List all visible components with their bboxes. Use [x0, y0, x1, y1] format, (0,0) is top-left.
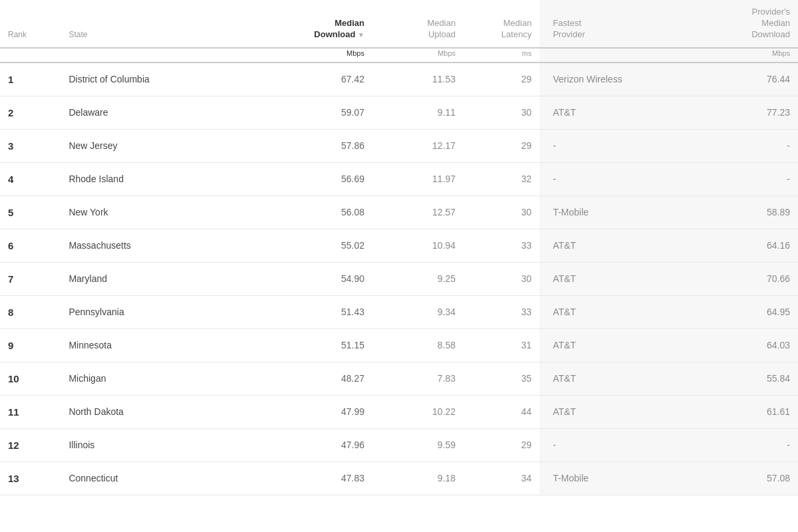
latency-cell: 29: [464, 428, 539, 462]
upload-cell: 9.18: [372, 462, 464, 495]
table-row: 6Massachusetts55.0210.9433AT&T64.16: [0, 229, 798, 262]
state-unit: [61, 48, 251, 63]
upload-cell: 9.59: [372, 428, 464, 462]
fastest-provider-cell: AT&T: [539, 329, 676, 362]
fastest-unit: [539, 48, 676, 63]
rank-cell: 11: [0, 395, 61, 428]
latency-cell: 31: [464, 329, 539, 362]
table-row: 8Pennsylvania51.439.3433AT&T64.95: [0, 295, 798, 329]
fastest-provider-cell: AT&T: [539, 362, 676, 395]
state-cell: Delaware: [61, 96, 251, 129]
latency-cell: 30: [464, 262, 539, 295]
download-cell: 59.07: [251, 96, 372, 129]
fastest-provider-cell: AT&T: [539, 395, 676, 428]
fastest-provider-cell: AT&T: [539, 229, 676, 262]
upload-cell: 11.53: [372, 63, 464, 96]
fastest-provider-cell: -: [539, 428, 676, 462]
table-body: 1District of Columbia67.4211.5329Verizon…: [0, 63, 798, 495]
fastest-provider-cell: AT&T: [539, 262, 676, 295]
table-row: 13Connecticut47.839.1834T-Mobile57.08: [0, 462, 798, 495]
download-cell: 55.02: [251, 229, 372, 262]
upload-cell: 7.83: [372, 362, 464, 395]
state-cell: District of Columbia: [61, 63, 251, 96]
rank-cell: 1: [0, 63, 61, 96]
rank-cell: 7: [0, 262, 61, 295]
provider-download-cell: -: [676, 162, 798, 196]
state-cell: Connecticut: [61, 462, 251, 495]
table-row: 11North Dakota47.9910.2244AT&T61.61: [0, 395, 798, 428]
latency-cell: 29: [464, 63, 539, 96]
subheader-row: Mbps Mbps ms Mbps: [0, 48, 798, 63]
rank-cell: 13: [0, 462, 61, 495]
provider-download-cell: -: [676, 428, 798, 462]
table-row: 5New York56.0812.5730T-Mobile58.89: [0, 196, 798, 229]
state-cell: New York: [61, 196, 251, 229]
col-fastest-header: FastestProvider: [539, 0, 676, 48]
rank-cell: 12: [0, 428, 61, 462]
latency-cell: 33: [464, 229, 539, 262]
fastest-provider-cell: T-Mobile: [539, 462, 676, 495]
download-cell: 51.15: [251, 329, 372, 362]
col-provider-label: Provider'sMedianDownload: [751, 7, 790, 39]
rank-cell: 5: [0, 196, 61, 229]
col-download-label: MedianDownload: [314, 18, 364, 39]
header-row: Rank State MedianDownload ▼ MedianUpload…: [0, 0, 798, 48]
provider-download-cell: -: [676, 129, 798, 162]
upload-cell: 10.22: [372, 395, 464, 428]
provider-download-cell: 70.66: [676, 262, 798, 295]
col-download-header[interactable]: MedianDownload ▼: [251, 0, 372, 48]
upload-cell: 12.57: [372, 196, 464, 229]
state-cell: Michigan: [61, 362, 251, 395]
upload-cell: 9.11: [372, 96, 464, 129]
table-container: Rank State MedianDownload ▼ MedianUpload…: [0, 0, 798, 495]
fastest-provider-cell: AT&T: [539, 96, 676, 129]
provider-download-cell: 61.61: [676, 395, 798, 428]
rankings-table: Rank State MedianDownload ▼ MedianUpload…: [0, 0, 798, 495]
latency-cell: 44: [464, 395, 539, 428]
upload-cell: 12.17: [372, 129, 464, 162]
fastest-provider-cell: T-Mobile: [539, 196, 676, 229]
latency-cell: 35: [464, 362, 539, 395]
provider-download-cell: 57.08: [676, 462, 798, 495]
col-upload-label: MedianUpload: [427, 18, 456, 39]
latency-cell: 29: [464, 129, 539, 162]
download-cell: 56.69: [251, 162, 372, 196]
download-cell: 54.90: [251, 262, 372, 295]
rank-cell: 10: [0, 362, 61, 395]
col-state-header: State: [61, 0, 251, 48]
fastest-provider-cell: Verizon Wireless: [539, 63, 676, 96]
download-cell: 67.42: [251, 63, 372, 96]
state-cell: Illinois: [61, 428, 251, 462]
download-cell: 47.99: [251, 395, 372, 428]
provider-download-cell: 58.89: [676, 196, 798, 229]
upload-cell: 9.34: [372, 295, 464, 329]
fastest-provider-cell: AT&T: [539, 295, 676, 329]
rank-cell: 3: [0, 129, 61, 162]
table-row: 4Rhode Island56.6911.9732--: [0, 162, 798, 196]
rank-cell: 8: [0, 295, 61, 329]
download-cell: 47.83: [251, 462, 372, 495]
provider-download-unit: Mbps: [676, 48, 798, 63]
download-cell: 57.86: [251, 129, 372, 162]
table-row: 10Michigan48.277.8335AT&T55.84: [0, 362, 798, 395]
provider-download-cell: 76.44: [676, 63, 798, 96]
upload-cell: 10.94: [372, 229, 464, 262]
download-cell: 56.08: [251, 196, 372, 229]
table-row: 7Maryland54.909.2530AT&T70.66: [0, 262, 798, 295]
latency-cell: 30: [464, 196, 539, 229]
table-row: 3New Jersey57.8612.1729--: [0, 129, 798, 162]
download-unit: Mbps: [251, 48, 372, 63]
download-cell: 48.27: [251, 362, 372, 395]
provider-download-cell: 64.16: [676, 229, 798, 262]
state-cell: Pennsylvania: [61, 295, 251, 329]
sort-icon[interactable]: ▼: [358, 31, 364, 39]
upload-cell: 11.97: [372, 162, 464, 196]
latency-cell: 34: [464, 462, 539, 495]
latency-cell: 32: [464, 162, 539, 196]
state-cell: Massachusetts: [61, 229, 251, 262]
state-cell: Minnesota: [61, 329, 251, 362]
col-latency-header: MedianLatency: [464, 0, 539, 48]
state-cell: New Jersey: [61, 129, 251, 162]
table-row: 12Illinois47.969.5929--: [0, 428, 798, 462]
table-row: 1District of Columbia67.4211.5329Verizon…: [0, 63, 798, 96]
